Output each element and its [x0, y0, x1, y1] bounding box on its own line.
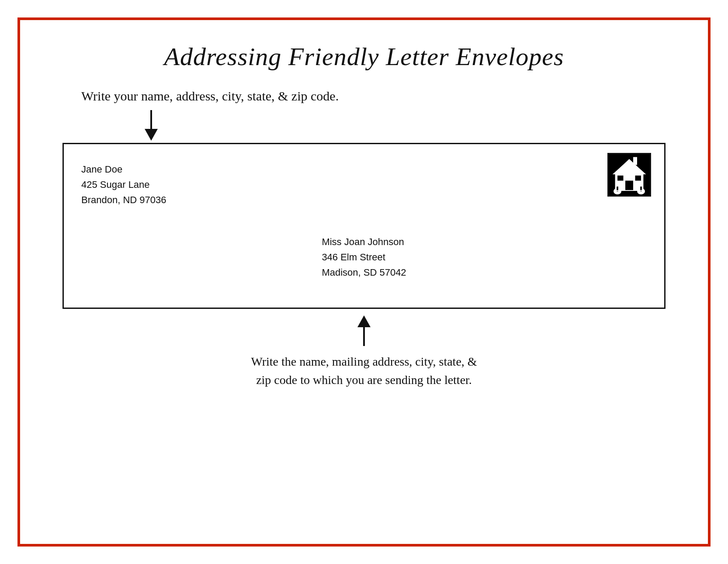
return-street: 425 Sugar Lane — [81, 177, 647, 192]
recipient-name: Miss Joan Johnson — [322, 234, 406, 249]
page-container: Addressing Friendly Letter Envelopes Wri… — [17, 17, 711, 547]
recipient-address: Miss Joan Johnson 346 Elm Street Madison… — [322, 234, 406, 280]
svg-rect-8 — [633, 157, 637, 165]
top-arrow-section — [140, 108, 162, 143]
recipient-street: 346 Elm Street — [322, 249, 406, 265]
house-stamp-icon — [610, 155, 649, 194]
return-address: Jane Doe 425 Sugar Lane Brandon, ND 9703… — [81, 162, 647, 208]
envelope: Jane Doe 425 Sugar Lane Brandon, ND 9703… — [62, 143, 666, 309]
return-city-state-zip: Brandon, ND 97036 — [81, 192, 647, 208]
svg-marker-3 — [614, 159, 645, 174]
arrow-up-icon — [353, 313, 375, 348]
svg-marker-1 — [145, 129, 158, 141]
recipient-city-state-zip: Madison, SD 57042 — [322, 265, 406, 280]
top-annotation: Write your name, address, city, state, &… — [81, 89, 339, 104]
bottom-section: Write the name, mailing address, city, s… — [251, 313, 477, 389]
svg-rect-6 — [617, 176, 624, 181]
svg-rect-7 — [635, 176, 641, 181]
bottom-annotation: Write the name, mailing address, city, s… — [251, 353, 477, 389]
svg-marker-16 — [357, 315, 371, 327]
svg-rect-5 — [625, 181, 633, 191]
stamp — [607, 153, 651, 197]
return-name: Jane Doe — [81, 162, 647, 177]
page-title: Addressing Friendly Letter Envelopes — [164, 42, 564, 71]
arrow-down-icon — [140, 108, 162, 143]
